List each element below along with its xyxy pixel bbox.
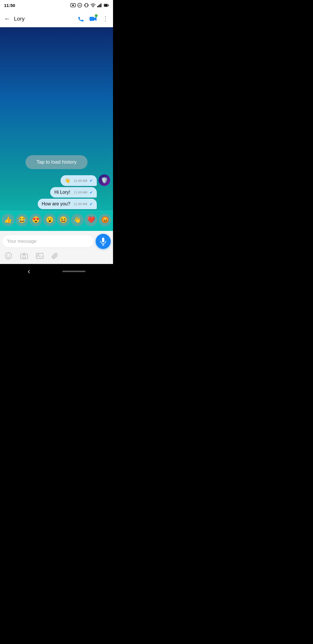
svg-point-23 [23,255,26,258]
battery-icon [104,3,109,8]
phone-button[interactable] [77,15,84,22]
gallery-button[interactable] [36,252,43,261]
avatar: 🛡️ [99,174,110,186]
svg-rect-9 [98,5,99,7]
svg-rect-4 [85,3,88,7]
tap-history-button[interactable]: Tap to load history [26,155,88,169]
emoji-thumbsup[interactable]: 👍 [2,214,14,226]
emoji-heart[interactable]: ❤️ [85,214,97,226]
message-bubble: Hi Lory! 11:49 AM ✔ [50,187,97,198]
online-dot [95,14,98,17]
attachment-button[interactable] [52,252,59,262]
svg-rect-15 [90,17,94,21]
svg-point-21 [9,255,10,256]
emoji-angry[interactable]: 😡 [99,214,111,226]
emoji-hearteyes[interactable]: 😍 [29,214,42,226]
app-bar-actions: ⋮ [77,15,109,23]
screen-record-icon [70,3,76,8]
message-bubble: 👋 11:49 AM ✔ [61,175,97,186]
mic-button[interactable] [96,234,111,249]
svg-rect-16 [102,238,104,242]
svg-rect-1 [72,5,74,6]
input-row [2,234,111,249]
signal-icon [97,3,102,8]
input-area [0,231,113,264]
app-bar: ← Lory ⋮ [0,10,113,27]
messages-container: 👋 11:49 AM ✔ 🛡️ Hi Lory! 11:49 AM ✔ How … [0,174,113,211]
chat-area: Tap to load history 👋 11:49 AM ✔ 🛡️ Hi L… [0,27,113,231]
message-status: ✔ [90,202,93,206]
table-row: How are you? 11:49 AM ✔ [3,199,110,209]
contact-name: Lory [14,16,77,22]
toolbar-row [2,251,111,262]
svg-rect-14 [108,5,109,6]
vibrate-icon [84,3,89,8]
svg-rect-13 [104,4,108,6]
svg-point-19 [5,253,12,259]
more-options-button[interactable]: ⋮ [102,15,109,23]
nav-bar: ‹ [0,264,113,278]
svg-point-20 [7,255,8,256]
emoji-laugh[interactable]: 😆 [57,214,70,226]
nav-back-button[interactable]: ‹ [28,267,30,276]
status-bar: 11:50 [0,0,113,10]
svg-rect-10 [99,4,100,7]
status-icons [70,3,109,8]
wifi-icon [90,3,96,8]
message-text: How are you? [42,201,70,207]
emoji-row: 👍 😂 😍 😮 😆 👋 ❤️ 😡 [0,211,113,229]
message-bubble: How are you? 11:49 AM ✔ [38,199,97,209]
message-text: 👋 [65,178,70,183]
emoji-rofl[interactable]: 😂 [16,214,28,226]
svg-point-7 [93,7,93,7]
emoji-wave[interactable]: 👋 [71,214,84,226]
nav-home-pill[interactable] [62,271,85,272]
emoji-picker-button[interactable] [5,252,12,261]
svg-rect-8 [97,6,98,7]
message-status: ✔ [90,178,93,183]
svg-rect-24 [36,253,43,258]
video-button[interactable] [90,16,97,22]
table-row: 👋 11:49 AM ✔ 🛡️ [3,174,110,186]
message-time: 11:49 AM [74,202,87,206]
emoji-surprised[interactable]: 😮 [43,214,56,226]
message-text: Hi Lory! [54,190,70,195]
chat-spacer [0,27,113,152]
message-time: 11:49 AM [74,179,87,182]
back-button[interactable]: ← [4,15,10,23]
status-time: 11:50 [4,3,15,8]
camera-button[interactable] [20,253,28,261]
avatar-icon: 🛡️ [101,177,108,184]
message-input[interactable] [2,235,93,247]
message-time: 11:49 AM [74,191,87,194]
message-status: ✔ [90,190,93,195]
dnd-icon [77,3,82,8]
table-row: Hi Lory! 11:49 AM ✔ [3,187,110,198]
svg-rect-11 [101,3,101,7]
